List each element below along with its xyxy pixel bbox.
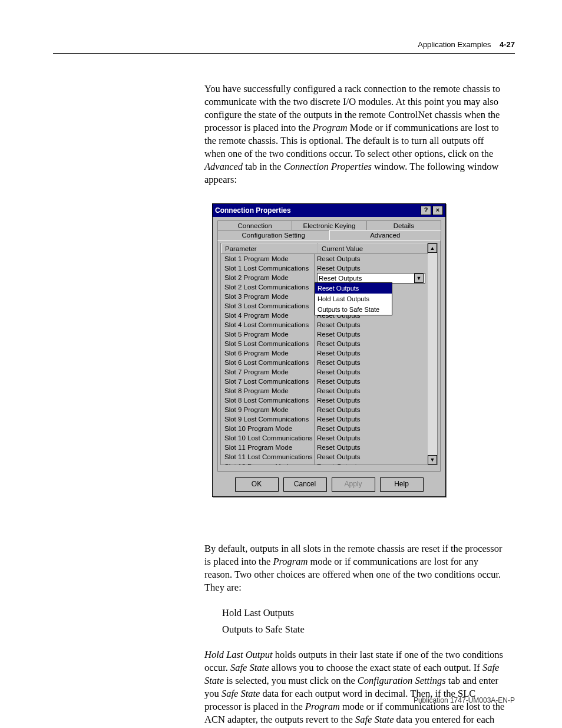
value-cell[interactable]: Reset Outputs xyxy=(315,452,428,462)
col-current-value[interactable]: Current Value xyxy=(318,243,428,253)
table-row[interactable]: Slot 5 Lost CommunicationsReset Outputs xyxy=(221,339,428,348)
table-row[interactable]: Slot 6 Lost CommunicationsReset Outputs xyxy=(221,358,428,367)
table-row[interactable]: Slot 4 Lost CommunicationsReset Outputs xyxy=(221,320,428,330)
table-row[interactable]: Slot 5 Program ModeReset Outputs xyxy=(221,330,428,339)
value-cell[interactable]: Reset Outputs xyxy=(315,339,428,348)
param-cell: Slot 11 Lost Communications xyxy=(221,452,315,462)
table-row[interactable]: Slot 7 Program ModeReset Outputs xyxy=(221,367,428,377)
page-header: Application Examples 4-27 xyxy=(53,40,515,49)
value-cell[interactable]: Reset Outputs xyxy=(315,320,428,330)
value-cell[interactable]: Reset Outputs xyxy=(315,396,428,405)
help-icon[interactable]: ? xyxy=(421,206,431,215)
param-cell: Slot 2 Lost Communications xyxy=(221,282,315,292)
apply-button: Apply xyxy=(332,477,375,492)
table-row[interactable]: Slot 12 Program ModeReset Outputs xyxy=(221,462,428,465)
value-cell[interactable]: Reset Outputs xyxy=(315,433,428,443)
table-row[interactable]: Slot 1 Program ModeReset Outputs xyxy=(221,254,428,263)
chevron-down-icon[interactable]: ▼ xyxy=(414,274,424,283)
table-row[interactable]: Slot 7 Lost CommunicationsReset Outputs xyxy=(221,377,428,386)
value-cell[interactable]: Reset Outputs xyxy=(315,414,428,424)
table-row[interactable]: Slot 11 Lost CommunicationsReset Outputs xyxy=(221,452,428,462)
dropdown-item[interactable]: Outputs to Safe State xyxy=(315,304,392,315)
table-row[interactable]: Slot 9 Program ModeReset Outputs xyxy=(221,405,428,414)
param-cell: Slot 10 Program Mode xyxy=(221,424,315,433)
paragraph-3: Hold Last Output holds outputs in their … xyxy=(204,648,505,728)
table-row[interactable]: Slot 2 Program ModeReset Outputs▼Reset O… xyxy=(221,273,428,282)
param-cell: Slot 10 Lost Communications xyxy=(221,433,315,443)
param-cell: Slot 8 Program Mode xyxy=(221,386,315,396)
value-cell[interactable]: Reset Outputs xyxy=(315,367,428,377)
page-footer: Publication 1747-UM003A-EN-P xyxy=(53,696,515,704)
table-row[interactable]: Slot 11 Program ModeReset Outputs xyxy=(221,443,428,452)
value-cell[interactable]: Reset Outputs▼Reset OutputsHold Last Out… xyxy=(315,273,428,282)
grid-header: Parameter Current Value xyxy=(221,243,428,254)
tab-connection[interactable]: Connection xyxy=(217,220,292,230)
page-body: You have successfully configured a rack … xyxy=(204,83,505,195)
dropdown-value: Reset Outputs xyxy=(319,274,362,283)
param-cell: Slot 2 Program Mode xyxy=(221,273,315,282)
scroll-up-icon[interactable]: ▲ xyxy=(428,243,437,253)
dropdown-item[interactable]: Hold Last Outputs xyxy=(315,294,392,304)
tab-details[interactable]: Details xyxy=(366,220,441,230)
dropdown-list[interactable]: Reset OutputsHold Last OutputsOutputs to… xyxy=(315,282,392,315)
param-cell: Slot 9 Lost Communications xyxy=(221,414,315,424)
dialog-buttons: OK Cancel Apply Help xyxy=(213,473,445,496)
col-parameter[interactable]: Parameter xyxy=(221,243,318,253)
value-cell[interactable]: Reset Outputs xyxy=(315,462,428,465)
param-cell: Slot 1 Lost Communications xyxy=(221,263,315,273)
close-icon[interactable]: × xyxy=(432,206,443,215)
publication-id: Publication 1747-UM003A-EN-P xyxy=(414,696,515,704)
option-safe-state: Outputs to Safe State xyxy=(222,621,505,638)
tab-configuration-setting[interactable]: Configuration Setting xyxy=(217,230,330,240)
value-cell[interactable]: Reset Outputs xyxy=(315,330,428,339)
value-cell[interactable]: Reset Outputs xyxy=(315,254,428,263)
connection-properties-dialog: Connection Properties ? × Connection Ele… xyxy=(212,203,446,497)
param-cell: Slot 3 Program Mode xyxy=(221,292,315,301)
value-cell[interactable]: Reset Outputs xyxy=(315,263,428,273)
tabpage-advanced: ▲ ▼ Parameter Current Value Slot 1 Progr… xyxy=(217,240,441,472)
dialog-titlebar[interactable]: Connection Properties ? × xyxy=(213,204,445,217)
param-cell: Slot 4 Lost Communications xyxy=(221,320,315,330)
tab-advanced[interactable]: Advanced xyxy=(329,230,442,240)
table-row[interactable]: Slot 10 Lost CommunicationsReset Outputs xyxy=(221,433,428,443)
cancel-button[interactable]: Cancel xyxy=(283,477,327,492)
value-cell[interactable]: Reset Outputs xyxy=(315,386,428,396)
param-cell: Slot 7 Lost Communications xyxy=(221,377,315,386)
param-cell: Slot 6 Lost Communications xyxy=(221,358,315,367)
tab-electronic-keying[interactable]: Electronic Keying xyxy=(292,220,366,230)
param-cell: Slot 9 Program Mode xyxy=(221,405,315,414)
table-row[interactable]: Slot 8 Lost CommunicationsReset Outputs xyxy=(221,396,428,405)
page-number: 4-27 xyxy=(500,40,515,49)
running-head: Application Examples xyxy=(418,40,491,49)
help-button[interactable]: Help xyxy=(380,477,424,492)
header-rule xyxy=(53,53,515,54)
table-row[interactable]: Slot 8 Program ModeReset Outputs xyxy=(221,386,428,396)
grid-scrollbar[interactable]: ▲ ▼ xyxy=(428,243,437,465)
table-row[interactable]: Slot 10 Program ModeReset Outputs xyxy=(221,424,428,433)
value-cell[interactable]: Reset Outputs xyxy=(315,405,428,414)
value-cell[interactable]: Reset Outputs xyxy=(315,424,428,433)
param-cell: Slot 1 Program Mode xyxy=(221,254,315,263)
param-cell: Slot 4 Program Mode xyxy=(221,311,315,320)
param-cell: Slot 6 Program Mode xyxy=(221,348,315,358)
value-cell[interactable]: Reset Outputs xyxy=(315,443,428,452)
table-row[interactable]: Slot 6 Program ModeReset Outputs xyxy=(221,348,428,358)
scroll-down-icon[interactable]: ▼ xyxy=(428,455,437,465)
paragraph-2: By default, outputs in all slots in the … xyxy=(204,542,505,594)
table-row[interactable]: Slot 1 Lost CommunicationsReset Outputs xyxy=(221,263,428,273)
parameter-grid: ▲ ▼ Parameter Current Value Slot 1 Progr… xyxy=(220,243,438,465)
paragraph-1: You have successfully configured a rack … xyxy=(204,83,505,186)
param-cell: Slot 12 Program Mode xyxy=(221,462,315,465)
value-cell[interactable]: Reset Outputs xyxy=(315,348,428,358)
grid-body: Slot 1 Program ModeReset OutputsSlot 1 L… xyxy=(221,254,428,465)
param-cell: Slot 5 Program Mode xyxy=(221,330,315,339)
option-hold-last: Hold Last Outputs xyxy=(222,605,505,621)
dropdown-item[interactable]: Reset Outputs xyxy=(315,283,392,294)
ok-button[interactable]: OK xyxy=(235,477,279,492)
table-row[interactable]: Slot 9 Lost CommunicationsReset Outputs xyxy=(221,414,428,424)
param-cell: Slot 11 Program Mode xyxy=(221,443,315,452)
dialog-title: Connection Properties xyxy=(215,206,291,215)
value-cell[interactable]: Reset Outputs xyxy=(315,358,428,367)
param-cell: Slot 5 Lost Communications xyxy=(221,339,315,348)
value-cell[interactable]: Reset Outputs xyxy=(315,377,428,386)
